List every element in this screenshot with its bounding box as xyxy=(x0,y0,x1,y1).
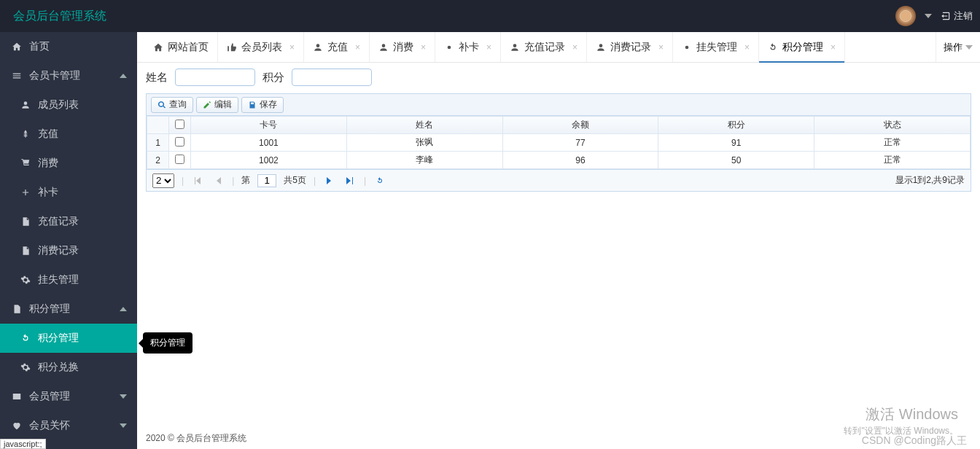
row-checkbox[interactable] xyxy=(175,155,184,164)
tab-consume[interactable]: 消费× xyxy=(370,32,435,62)
idcard-icon xyxy=(12,391,22,402)
sidebar-consume-log[interactable]: 消费记录 xyxy=(0,236,137,265)
sidebar-loss[interactable]: 挂失管理 xyxy=(0,265,137,294)
tab-members[interactable]: 会员列表× xyxy=(218,32,304,62)
gear-icon xyxy=(20,275,31,285)
save-button[interactable]: 保存 xyxy=(241,97,284,113)
tab-operations[interactable]: 操作 xyxy=(936,32,980,62)
sidebar-replace-label: 补卡 xyxy=(38,186,58,199)
tab-home[interactable]: 网站首页 xyxy=(144,32,218,62)
tab-consume-log[interactable]: 消费记录× xyxy=(587,32,673,62)
gear-icon xyxy=(682,42,692,52)
sidebar-recharge[interactable]: 充值 xyxy=(0,120,137,149)
sidebar-care[interactable]: 会员关怀 xyxy=(0,411,137,440)
logout-icon xyxy=(941,11,951,21)
cell-card: 1001 xyxy=(191,134,347,152)
sidebar-members[interactable]: 成员列表 xyxy=(0,90,137,120)
col-points[interactable]: 积分 xyxy=(658,117,814,134)
page-input[interactable] xyxy=(257,174,276,187)
pager-last[interactable] xyxy=(343,174,357,187)
tab-loss-label: 挂失管理 xyxy=(696,41,737,54)
close-icon[interactable]: × xyxy=(831,42,836,52)
caret-down-icon[interactable] xyxy=(925,14,932,18)
top-bar: 会员后台管理系统 注销 xyxy=(0,0,980,32)
select-all-checkbox[interactable] xyxy=(175,120,184,129)
page-prefix: 第 xyxy=(241,174,250,187)
tab-recharge[interactable]: 充值× xyxy=(304,32,370,62)
file-icon xyxy=(20,246,31,256)
close-icon[interactable]: × xyxy=(572,42,578,52)
sidebar-points-exchange-label: 积分兑换 xyxy=(38,361,79,374)
sidebar-points-group[interactable]: 积分管理 xyxy=(0,294,137,324)
sidebar-consume[interactable]: 消费 xyxy=(0,149,137,178)
sidebar-card-group[interactable]: 会员卡管理 xyxy=(0,61,137,90)
filter-points-label: 积分 xyxy=(262,71,284,85)
yen-icon xyxy=(20,129,31,139)
sidebar-tooltip: 积分管理 xyxy=(143,332,192,354)
close-icon[interactable]: × xyxy=(289,42,295,52)
tab-recharge-log[interactable]: 充值记录× xyxy=(501,32,587,62)
tab-points[interactable]: 积分管理× xyxy=(759,32,845,62)
close-icon[interactable]: × xyxy=(421,42,426,52)
pager-first[interactable] xyxy=(191,174,204,187)
tab-operations-label: 操作 xyxy=(944,41,962,54)
sidebar-care-label: 会员关怀 xyxy=(29,419,70,432)
sidebar-home[interactable]: 首页 xyxy=(0,32,137,61)
pager-next[interactable] xyxy=(323,174,336,187)
filter-points-input[interactable] xyxy=(292,69,372,86)
close-icon[interactable]: × xyxy=(486,42,491,52)
gear-icon xyxy=(20,362,31,372)
avatar[interactable] xyxy=(895,6,916,26)
pager-prev[interactable] xyxy=(211,174,225,187)
cell-status: 正常 xyxy=(814,152,971,169)
col-name[interactable]: 姓名 xyxy=(346,117,502,134)
edit-button[interactable]: 编辑 xyxy=(196,97,238,113)
top-bar-right: 注销 xyxy=(895,6,973,26)
sidebar-member-mgmt-label: 会员管理 xyxy=(29,390,70,403)
sidebar-loss-label: 挂失管理 xyxy=(38,273,79,286)
filter-bar: 姓名 积分 xyxy=(146,69,971,86)
sidebar-recharge-label: 充值 xyxy=(38,128,58,141)
cell-name: 张飒 xyxy=(346,134,502,152)
logout-button[interactable]: 注销 xyxy=(941,9,973,23)
sidebar-replace[interactable]: 补卡 xyxy=(0,178,137,207)
doc-icon xyxy=(12,304,22,314)
sidebar-member-mgmt[interactable]: 会员管理 xyxy=(0,382,137,411)
table-row[interactable]: 2 1002 李峰 96 50 正常 xyxy=(147,152,971,169)
total-pages: 共5页 xyxy=(284,174,306,187)
tab-loss[interactable]: 挂失管理× xyxy=(673,32,759,62)
sidebar-consume-log-label: 消费记录 xyxy=(38,244,79,257)
tab-replace[interactable]: 补卡× xyxy=(435,32,501,62)
csdn-watermark: CSDN @Coding路人王 xyxy=(862,434,967,448)
cart-icon xyxy=(20,158,31,168)
sidebar-points-exchange[interactable]: 积分兑换 xyxy=(0,353,137,382)
sidebar-recharge-log-label: 充值记录 xyxy=(38,215,79,228)
table-row[interactable]: 1 1001 张飒 77 91 正常 xyxy=(147,134,971,152)
filter-name-input[interactable] xyxy=(175,69,255,86)
sidebar-points-mgmt[interactable]: 积分管理 xyxy=(0,324,137,353)
tab-recharge-log-label: 充值记录 xyxy=(524,41,565,54)
sidebar-recharge-log[interactable]: 充值记录 xyxy=(0,207,137,236)
browser-status: javascript:; xyxy=(0,439,46,449)
user-icon xyxy=(510,42,520,52)
query-button[interactable]: 查询 xyxy=(151,97,193,113)
row-checkbox[interactable] xyxy=(175,137,184,147)
pager-refresh[interactable] xyxy=(373,174,386,187)
cell-balance: 77 xyxy=(502,134,658,152)
col-balance[interactable]: 余额 xyxy=(502,117,658,134)
cell-status: 正常 xyxy=(814,134,971,152)
close-icon[interactable]: × xyxy=(355,42,360,52)
list-icon xyxy=(12,71,22,81)
user-icon xyxy=(378,42,389,52)
close-icon[interactable]: × xyxy=(744,42,750,52)
cell-points: 50 xyxy=(658,152,814,169)
pencil-icon xyxy=(203,101,211,109)
query-label: 查询 xyxy=(169,98,187,111)
chevron-down-icon xyxy=(120,394,127,399)
save-label: 保存 xyxy=(260,98,277,111)
col-card[interactable]: 卡号 xyxy=(191,117,347,134)
home-icon xyxy=(153,42,163,52)
close-icon[interactable]: × xyxy=(658,42,664,52)
page-size-select[interactable]: 2 xyxy=(152,173,174,188)
col-status[interactable]: 状态 xyxy=(814,117,971,134)
